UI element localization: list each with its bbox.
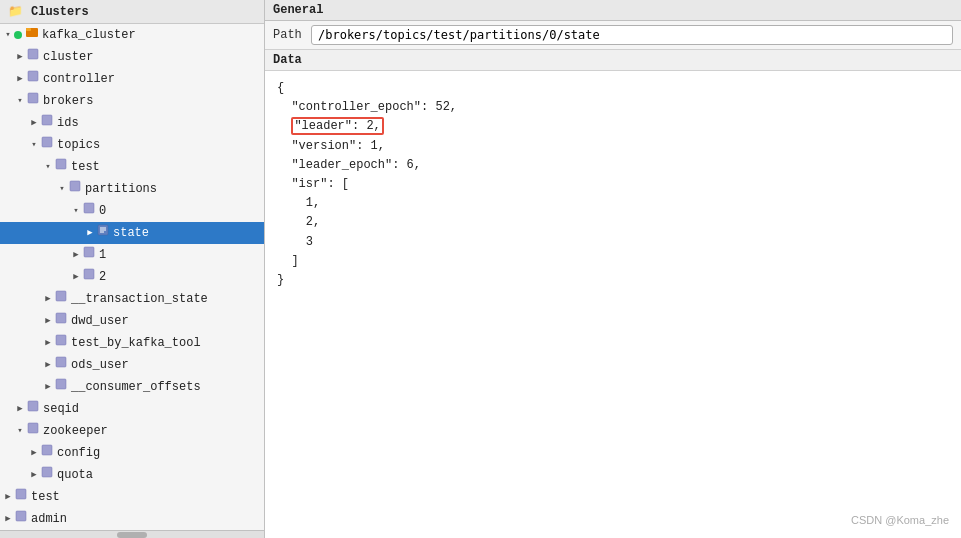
config-label: config: [57, 444, 264, 462]
svg-rect-1: [26, 28, 31, 31]
znode-icon-ods: [54, 355, 68, 375]
path-label: Path: [273, 28, 303, 42]
data-line-3: "version": 1,: [277, 137, 949, 156]
svg-rect-20: [56, 379, 66, 389]
partition-0-label: 0: [99, 202, 264, 220]
kafka-cluster-label: kafka_cluster: [42, 26, 264, 44]
tree-item-seqid[interactable]: ▶ seqid: [0, 398, 264, 420]
test2-label: test: [31, 488, 264, 506]
brokers-label: brokers: [43, 92, 264, 110]
tree-item-transaction-state[interactable]: ▶ __transaction_state: [0, 288, 264, 310]
arrow-brokers: ▾: [14, 92, 26, 110]
arrow-cluster: ▶: [14, 48, 26, 66]
data-section: Data { "controller_epoch": 52, "leader":…: [265, 50, 961, 538]
tree-item-ids[interactable]: ▶ ids: [0, 112, 264, 134]
tree-item-kafka-cluster[interactable]: ▾ kafka_cluster: [0, 24, 264, 46]
arrow-config: ▶: [28, 444, 40, 462]
tree-item-controller[interactable]: ▶ controller: [0, 68, 264, 90]
svg-rect-14: [84, 247, 94, 257]
arrow-admin: ▶: [2, 510, 14, 528]
tbkt-label: test_by_kafka_tool: [71, 334, 264, 352]
arrow-quota: ▶: [28, 466, 40, 484]
znode-icon-partitions: [68, 179, 82, 199]
tree-item-cluster[interactable]: ▶ cluster: [0, 46, 264, 68]
tree-item-test[interactable]: ▾ test: [0, 156, 264, 178]
svg-rect-22: [28, 423, 38, 433]
svg-rect-23: [42, 445, 52, 455]
tree-item-test-by-kafka-tool[interactable]: ▶ test_by_kafka_tool: [0, 332, 264, 354]
path-input[interactable]: [311, 25, 953, 45]
cluster-icon: [25, 25, 39, 45]
tree-item-config[interactable]: ▶ config: [0, 442, 264, 464]
arrow-ids: ▶: [28, 114, 40, 132]
leader-highlight: "leader": 2,: [291, 117, 383, 135]
watermark: CSDN @Koma_zhe: [851, 512, 949, 530]
znode-icon-topics: [40, 135, 54, 155]
ods-label: ods_user: [71, 356, 264, 374]
svg-rect-21: [28, 401, 38, 411]
tree-item-ods-user[interactable]: ▶ ods_user: [0, 354, 264, 376]
tree-item-state[interactable]: ▶ state: [0, 222, 264, 244]
tree-item-topics[interactable]: ▾ topics: [0, 134, 264, 156]
tree-item-dwd-user[interactable]: ▶ dwd_user: [0, 310, 264, 332]
arrow-zookeeper: ▾: [14, 422, 26, 440]
data-header: Data: [265, 50, 961, 71]
znode-icon-zookeeper: [26, 421, 40, 441]
svg-rect-15: [84, 269, 94, 279]
tree-item-test2[interactable]: ▶ test: [0, 486, 264, 508]
path-row: Path: [265, 21, 961, 50]
arrow-tbkt: ▶: [42, 334, 54, 352]
arrow-kafka-cluster: ▾: [2, 26, 14, 44]
znode-icon-p2: [82, 267, 96, 287]
tree-item-partitions[interactable]: ▾ partitions: [0, 178, 264, 200]
tree-item-admin[interactable]: ▶ admin: [0, 508, 264, 530]
tree-item-consumer-offsets[interactable]: ▶ __consumer_offsets: [0, 376, 264, 398]
data-line-6: 1,: [277, 194, 949, 213]
controller-label: controller: [43, 70, 264, 88]
data-line-2: "leader": 2,: [277, 117, 949, 136]
quota-label: quota: [57, 466, 264, 484]
tree-item-quota[interactable]: ▶ quota: [0, 464, 264, 486]
tree-item-partition-2[interactable]: ▶ 2: [0, 266, 264, 288]
znode-data-icon-state: [96, 223, 110, 243]
tree-item-partition-0[interactable]: ▾ 0: [0, 200, 264, 222]
svg-rect-19: [56, 357, 66, 367]
arrow-test2: ▶: [2, 488, 14, 506]
svg-rect-18: [56, 335, 66, 345]
znode-icon-cluster: [26, 47, 40, 67]
arrow-state: ▶: [84, 224, 96, 242]
folder-icon: 📁: [8, 4, 23, 19]
znode-icon-admin: [14, 509, 28, 529]
partition-1-label: 1: [99, 246, 264, 264]
svg-rect-2: [28, 49, 38, 59]
data-line-7: 2,: [277, 213, 949, 232]
tree-item-brokers[interactable]: ▾ brokers: [0, 90, 264, 112]
znode-icon-p0: [82, 201, 96, 221]
arrow-test: ▾: [42, 158, 54, 176]
data-content: { "controller_epoch": 52, "leader": 2, "…: [265, 71, 961, 538]
data-line-0: {: [277, 79, 949, 98]
znode-icon-transaction: [54, 289, 68, 309]
arrow-seqid: ▶: [14, 400, 26, 418]
svg-rect-9: [84, 203, 94, 213]
svg-rect-5: [42, 115, 52, 125]
transaction-label: __transaction_state: [71, 290, 264, 308]
arrow-controller: ▶: [14, 70, 26, 88]
tree-item-partition-1[interactable]: ▶ 1: [0, 244, 264, 266]
svg-rect-16: [56, 291, 66, 301]
svg-rect-6: [42, 137, 52, 147]
zookeeper-label: zookeeper: [43, 422, 264, 440]
tree-panel[interactable]: 📁 Clusters ▾ kafka_cluster ▶ cluster: [0, 0, 265, 538]
znode-icon-quota: [40, 465, 54, 485]
arrow-consumer: ▶: [42, 378, 54, 396]
svg-rect-24: [42, 467, 52, 477]
green-dot: [14, 31, 22, 39]
tree-item-zookeeper[interactable]: ▾ zookeeper: [0, 420, 264, 442]
arrow-dwd: ▶: [42, 312, 54, 330]
znode-icon-brokers: [26, 91, 40, 111]
scroll-thumb[interactable]: [117, 532, 147, 538]
cluster-label: cluster: [43, 48, 264, 66]
znode-icon-tbkt: [54, 333, 68, 353]
tree-header: 📁 Clusters: [0, 0, 264, 24]
arrow-ods: ▶: [42, 356, 54, 374]
